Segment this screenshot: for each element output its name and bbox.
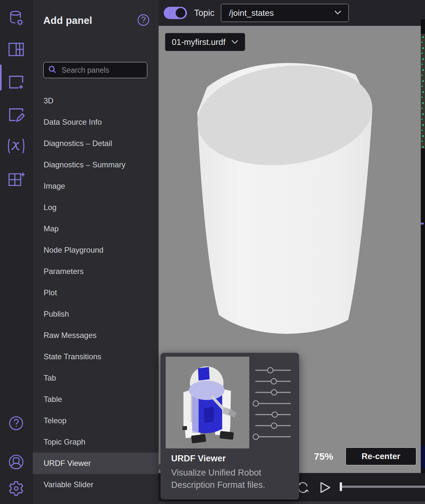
timeline-scrubber[interactable] — [340, 480, 425, 493]
nav-settings[interactable] — [0, 472, 32, 504]
urdf-viewer-preview-image — [166, 357, 249, 448]
foxglove-app: Add panel 3DData Source I — [0, 0, 425, 504]
urdf-viewer-tooltip: URDF Viewer Visualize Unified Robot Desc… — [161, 353, 299, 499]
search-panels-box — [43, 62, 147, 78]
nav-add-panel[interactable] — [0, 66, 32, 99]
nav-data-sources[interactable] — [0, 2, 32, 34]
nav-edit-layout[interactable] — [0, 99, 32, 131]
toggle-knob — [176, 8, 185, 18]
panel-menu-item-urdf-viewer[interactable]: URDF Viewer — [33, 453, 159, 474]
search-icon — [48, 65, 57, 75]
panel-menu-item-map[interactable]: Map — [33, 218, 159, 239]
panel-menu-item-data-source-info[interactable]: Data Source Info — [33, 111, 159, 133]
panel-menu-item-tab[interactable]: Tab — [33, 367, 159, 389]
topic-toggle[interactable] — [164, 7, 187, 19]
nav-layouts[interactable] — [0, 33, 32, 66]
settings-icon — [8, 480, 25, 497]
tooltip-description: Visualize Unified Robot Description Form… — [171, 467, 290, 491]
account-icon — [8, 454, 25, 470]
chevron-down-icon — [333, 8, 343, 18]
joint-sliders-preview — [252, 366, 295, 446]
add-panel-icon — [8, 74, 25, 90]
extensions-icon — [8, 171, 25, 188]
panel-menu-item-plot[interactable]: Plot — [33, 282, 159, 303]
add-panel-header: Add panel — [43, 14, 150, 27]
topic-dropdown-value: /joint_states — [229, 8, 274, 18]
panel-menu-item-diagnostics-summary[interactable]: Diagnostics – Summary — [33, 154, 159, 175]
data-sources-icon — [7, 9, 25, 27]
panel-menu-item-teleop[interactable]: Teleop — [33, 410, 159, 431]
panel-menu-item-variable-slider[interactable]: Variable Slider — [33, 474, 159, 495]
question-circle-icon — [137, 23, 150, 27]
search-panels-input[interactable] — [61, 66, 158, 75]
play-icon — [318, 491, 332, 496]
chevron-down-icon — [231, 37, 239, 47]
panel-menu-item-log[interactable]: Log — [33, 197, 159, 218]
panel-menu-item-parameters[interactable]: Parameters — [33, 261, 159, 282]
panel-menu-item-image[interactable]: Image — [33, 175, 159, 197]
play-button[interactable] — [318, 480, 332, 496]
recenter-button[interactable]: Re-center — [346, 447, 416, 465]
zoom-level-readout: 75% — [314, 451, 333, 462]
viewport-footer: 75% Re-center — [314, 447, 416, 465]
timeline-track — [341, 486, 425, 488]
panel-menu-item-raw-messages[interactable]: Raw Messages — [33, 325, 159, 346]
tooltip-title: URDF Viewer — [171, 454, 226, 464]
topic-label: Topic — [194, 8, 214, 18]
urdf-file-dropdown[interactable]: 01-myfirst.urdf — [165, 33, 245, 51]
panel-menu-item-table[interactable]: Table — [33, 389, 159, 410]
page-title: Add panel — [43, 15, 92, 26]
panel-menu-item-topic-graph[interactable]: Topic Graph — [33, 431, 159, 453]
point-cloud-sliver — [421, 34, 425, 149]
panel-menu-item-node-playground[interactable]: Node Playground — [33, 239, 159, 261]
panel-menu-item-3d[interactable]: 3D — [33, 90, 159, 111]
variables-icon — [7, 138, 26, 154]
tooltip-arrow — [156, 463, 161, 471]
panel-menu-item-state-transitions[interactable]: State Transitions — [33, 346, 159, 367]
help-icon — [8, 415, 24, 431]
panel-menu-item-publish[interactable]: Publish — [33, 303, 159, 325]
nav-help[interactable] — [0, 407, 32, 439]
panel-type-list: 3DData Source InfoDiagnostics – DetailDi… — [33, 90, 159, 495]
layouts-icon — [8, 42, 24, 57]
timeline-playhead[interactable] — [340, 482, 342, 491]
nav-variables[interactable] — [0, 130, 32, 162]
panel-help-button[interactable] — [137, 14, 150, 27]
edit-layout-icon — [8, 107, 25, 123]
left-toolbar — [0, 0, 33, 504]
urdf-panel-toolbar: Topic /joint_states — [159, 0, 425, 26]
urdf-file-dropdown-value: 01-myfirst.urdf — [172, 37, 225, 47]
adjacent-panel-sliver — [421, 0, 425, 473]
nav-extensions[interactable] — [0, 163, 32, 196]
add-panel-sidebar: Add panel 3DData Source I — [33, 0, 159, 504]
topic-dropdown[interactable]: /joint_states — [221, 4, 349, 22]
panel-menu-item-diagnostics-detail[interactable]: Diagnostics – Detail — [33, 133, 159, 154]
